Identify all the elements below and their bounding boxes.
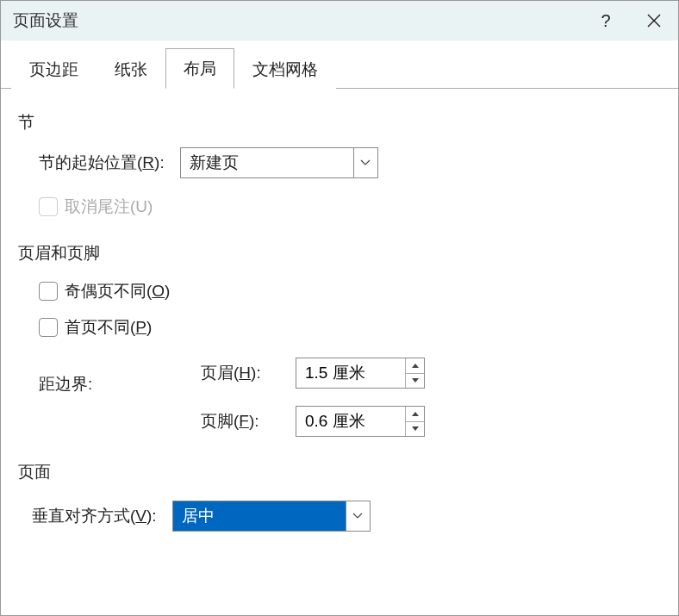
triangle-down-icon: [412, 378, 419, 383]
suppress-endnotes-label: 取消尾注(U): [65, 196, 153, 218]
titlebar-controls: ?: [582, 1, 678, 40]
help-button[interactable]: ?: [582, 1, 630, 40]
header-spinner-up[interactable]: [406, 358, 424, 374]
tab-margins[interactable]: 页边距: [11, 49, 97, 89]
oddeven-label: 奇偶页不同(O): [65, 280, 170, 302]
section-start-value: 新建页: [181, 148, 353, 177]
header-distance-value[interactable]: 1.5 厘米: [296, 358, 405, 388]
header-spinner-down[interactable]: [406, 374, 424, 389]
svg-marker-4: [412, 412, 419, 416]
dialog-title: 页面设置: [13, 9, 78, 32]
help-icon: ?: [601, 11, 610, 31]
firstpage-checkbox[interactable]: [39, 318, 58, 337]
close-icon: [647, 14, 661, 28]
chevron-down-icon: [360, 159, 371, 166]
firstpage-label: 首页不同(P): [65, 316, 152, 339]
header-distance-label: 页眉(H):: [201, 362, 296, 384]
tabs-bar: 页边距 纸张 布局 文档网格: [1, 40, 678, 89]
footer-spinner-down[interactable]: [406, 422, 424, 437]
footer-distance-value[interactable]: 0.6 厘米: [296, 407, 405, 436]
header-spinner-arrows: [405, 358, 424, 388]
valign-dropdown-arrow[interactable]: [346, 501, 370, 531]
suppress-endnotes-checkbox: [39, 197, 58, 216]
triangle-up-icon: [412, 364, 419, 368]
valign-dropdown[interactable]: 居中: [172, 501, 371, 532]
section-group-title: 节: [18, 111, 661, 134]
svg-marker-3: [412, 378, 419, 383]
triangle-down-icon: [412, 426, 419, 431]
section-start-label: 节的起始位置(R):: [39, 152, 165, 174]
footer-spinner-up[interactable]: [406, 407, 424, 422]
tab-grid[interactable]: 文档网格: [234, 49, 336, 89]
tab-paper[interactable]: 纸张: [97, 49, 165, 89]
tab-content-layout: 节 节的起始位置(R): 新建页 取消尾注(U) 页眉和页脚 奇偶页不同(O) …: [1, 89, 678, 547]
section-start-dropdown[interactable]: 新建页: [180, 147, 378, 178]
valign-label: 垂直对齐方式(V):: [32, 505, 157, 527]
footer-spinner-arrows: [405, 407, 424, 436]
page-group-title: 页面: [18, 461, 661, 483]
tab-layout[interactable]: 布局: [165, 48, 234, 89]
headerfooter-group-title: 页眉和页脚: [18, 242, 661, 264]
svg-marker-5: [412, 426, 419, 431]
footer-distance-label: 页脚(F):: [201, 410, 296, 432]
chevron-down-icon: [352, 513, 363, 520]
oddeven-checkbox[interactable]: [39, 282, 58, 301]
page-setup-dialog: 页面设置 ? 页边距 纸张 布局 文档网格 节 节的起始位置(R): 新建页: [0, 0, 679, 616]
header-distance-spinner[interactable]: 1.5 厘米: [296, 358, 425, 389]
svg-marker-2: [412, 364, 419, 368]
distance-label: 距边界:: [39, 375, 92, 393]
close-button[interactable]: [630, 1, 678, 40]
section-start-dropdown-arrow[interactable]: [353, 148, 377, 177]
footer-distance-spinner[interactable]: 0.6 厘米: [296, 406, 425, 437]
triangle-up-icon: [412, 412, 419, 416]
valign-value: 居中: [173, 501, 346, 531]
titlebar: 页面设置 ?: [1, 1, 678, 40]
